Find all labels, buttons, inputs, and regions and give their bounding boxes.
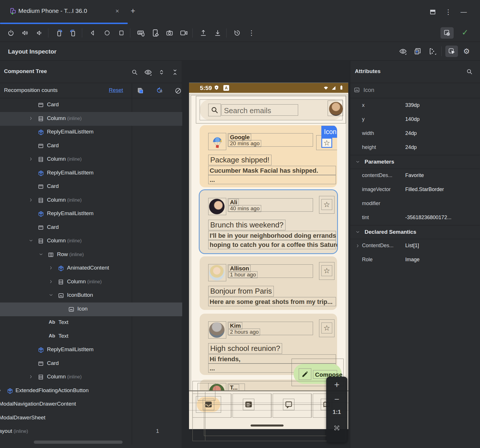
chevron-right-icon[interactable] — [29, 157, 34, 163]
zoom-in-button[interactable]: + — [326, 380, 347, 390]
tree-row[interactable]: AbText — [0, 316, 182, 330]
expand-all-button[interactable] — [156, 68, 167, 77]
pick-component-button[interactable] — [445, 46, 458, 57]
emulator-toolbar: ⋮ ✓ — [0, 24, 480, 42]
tree-row[interactable]: Card — [0, 139, 182, 153]
home-button[interactable] — [101, 28, 113, 38]
tree-row[interactable]: ReplyEmailListItem — [0, 343, 182, 357]
tree-row[interactable]: ReplyEmailListItem — [0, 166, 182, 180]
tree-row[interactable]: Column (inline) — [0, 370, 182, 384]
fit-screen-button[interactable] — [333, 425, 341, 431]
collapse-all-button[interactable] — [170, 68, 180, 77]
volume-down-button[interactable] — [34, 28, 45, 38]
close-tab-icon[interactable]: × — [115, 7, 119, 15]
profile-avatar[interactable] — [329, 102, 343, 116]
minimize-button[interactable]: — — [459, 7, 468, 17]
chevron-down-icon[interactable] — [29, 238, 34, 245]
tree-row[interactable]: ayout (inline)1 — [0, 425, 182, 439]
tree-row[interactable]: Column (inline) — [0, 194, 182, 207]
chevron-right-icon[interactable] — [355, 243, 361, 249]
star-icon[interactable]: ☆ — [321, 199, 332, 210]
tree-row[interactable]: ReplyEmailListItem — [0, 125, 182, 139]
status-time: 5:59 — [200, 85, 212, 91]
reset-button[interactable] — [231, 28, 243, 38]
export-snapshot-button[interactable] — [412, 46, 424, 57]
zoom-reset-button[interactable]: 1:1 — [326, 409, 347, 415]
download-button[interactable] — [212, 28, 223, 38]
tree-row[interactable]: Card — [0, 357, 182, 371]
device-settings-button[interactable] — [149, 28, 161, 38]
chevron-down-icon[interactable] — [355, 160, 361, 165]
rotate-left-button[interactable] — [53, 28, 65, 38]
rotate-right-button[interactable] — [68, 28, 79, 38]
copy-counts-button[interactable] — [135, 86, 145, 95]
tree-row[interactable]: ExtendedFloatingActionButton — [0, 384, 182, 398]
tree-row[interactable]: Column (inline) — [0, 112, 182, 126]
tree-row[interactable]: Card — [0, 98, 182, 112]
tree-row[interactable]: Card — [0, 180, 182, 194]
search-icon[interactable] — [466, 68, 473, 75]
tree-row[interactable]: Column (inline) — [0, 153, 182, 166]
chat-nav-icon[interactable] — [283, 399, 294, 410]
inbox-nav-icon[interactable] — [203, 399, 214, 410]
star-icon[interactable]: ☆ — [321, 323, 332, 333]
attr-row[interactable]: ContentDes...List[1] — [350, 239, 480, 253]
upload-button[interactable] — [198, 28, 209, 38]
kebab-button[interactable]: ⋮ — [444, 7, 453, 17]
star-icon-selected[interactable]: ☆ — [321, 138, 332, 148]
recomposition-highlight-button[interactable] — [154, 86, 164, 95]
kebab-button[interactable]: ⋮ — [246, 28, 257, 38]
check-icon[interactable]: ✓ — [462, 28, 468, 37]
chevron-down-icon[interactable] — [49, 293, 54, 299]
device-screenshot[interactable]: 5:59 A Search emails Google20 mins agoIc… — [189, 82, 348, 429]
tree-row[interactable]: IconButton — [0, 289, 182, 302]
tree-row[interactable]: Row (inline) — [0, 248, 182, 262]
gear-button[interactable]: ⚙ — [460, 46, 473, 57]
tree-row[interactable]: Column (inline) — [0, 234, 182, 248]
tree-row[interactable]: AnimatedContent — [0, 262, 182, 275]
visibility-options-button[interactable] — [397, 46, 409, 57]
tree-row[interactable]: ReplyEmailListItem — [0, 207, 182, 221]
keyboard-input-button[interactable] — [135, 28, 147, 38]
power-button[interactable] — [5, 28, 17, 38]
zoom-out-button[interactable]: − — [326, 394, 347, 404]
chevron-down-icon[interactable] — [355, 230, 361, 235]
email-card[interactable]: Allison1 hour ago☆Bonjour from ParisHere… — [200, 256, 337, 310]
search-button[interactable] — [129, 68, 140, 77]
tree-row[interactable]: ModalNavigationDrawerContent — [0, 398, 182, 411]
disable-counts-button[interactable] — [173, 86, 183, 95]
back-button[interactable] — [87, 28, 99, 38]
volume-up-button[interactable] — [19, 28, 31, 38]
restore-window-button[interactable] — [428, 7, 437, 17]
visibility-options-button[interactable] — [143, 68, 153, 77]
attr-key: imageVector — [362, 186, 391, 192]
bottom-navigation — [189, 391, 348, 429]
chevron-right-icon[interactable] — [29, 198, 34, 204]
overview-button[interactable] — [116, 28, 127, 38]
layer-tree-options-button[interactable] — [426, 46, 439, 57]
chevron-right-icon[interactable] — [29, 116, 34, 122]
tree-row[interactable]: Card — [0, 221, 182, 235]
chevron-right-icon[interactable] — [49, 266, 54, 272]
tree-row[interactable]: ModalDrawerSheet — [0, 411, 182, 425]
attr-group-header[interactable]: Declared Semantics — [350, 225, 480, 239]
horizontal-scrollbar[interactable] — [34, 441, 123, 444]
screenshot-camera-button[interactable] — [164, 28, 175, 38]
star-icon[interactable]: ☆ — [321, 265, 332, 276]
screen-record-button[interactable] — [178, 28, 190, 38]
article-nav-icon[interactable] — [243, 399, 254, 410]
chevron-right-icon[interactable] — [0, 388, 3, 394]
tree-row[interactable]: Icon — [0, 302, 182, 316]
email-card[interactable]: Google20 mins agoIcon☆Package shipped!Cu… — [200, 125, 337, 187]
new-tab-button[interactable]: + — [131, 6, 135, 15]
attr-group-header[interactable]: Parameters — [350, 155, 480, 169]
reset-counts-link[interactable]: Reset — [109, 87, 123, 93]
inspect-window-button[interactable] — [440, 27, 454, 39]
tree-row[interactable]: Column (inline) — [0, 275, 182, 289]
tab-title[interactable]: Medium Phone - T...I 36.0 — [18, 7, 87, 14]
email-card[interactable]: Ali40 mins ago☆Brunch this weekend?I'll … — [200, 190, 337, 253]
chevron-right-icon[interactable] — [29, 374, 34, 381]
chevron-down-icon[interactable] — [39, 252, 44, 258]
tree-row[interactable]: AbText — [0, 330, 182, 343]
chevron-right-icon[interactable] — [49, 279, 54, 286]
